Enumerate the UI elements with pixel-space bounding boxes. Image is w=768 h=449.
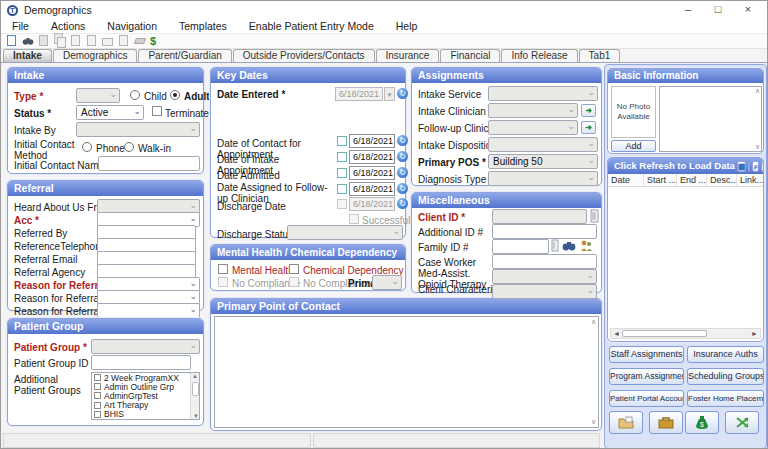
date-intake-appt-checkbox[interactable] <box>337 152 347 162</box>
tab-tab1[interactable]: Tab1 <box>579 49 621 62</box>
additional-id-input[interactable] <box>492 224 597 239</box>
tab-demographics[interactable]: Demographics <box>53 49 137 62</box>
menu-file[interactable]: File <box>1 20 40 32</box>
refresh-icon[interactable]: ↻ <box>761 161 763 172</box>
insurance-auths-button[interactable]: Insurance Auths <box>687 346 764 363</box>
date-refresh-icon[interactable]: ↻ <box>397 88 408 99</box>
child-radio[interactable] <box>130 90 140 100</box>
export-icon[interactable] <box>118 35 130 47</box>
date-refresh-icon[interactable]: ↻ <box>397 167 408 178</box>
id-card-icon[interactable] <box>551 239 559 252</box>
client-id-input[interactable] <box>492 209 587 224</box>
basic-info-textarea[interactable]: ∧ ∨ <box>659 86 762 152</box>
menu-actions[interactable]: Actions <box>40 20 96 32</box>
briefcase-icon[interactable] <box>102 35 114 47</box>
column-date[interactable]: Date <box>608 174 644 186</box>
patient-portal-account-button[interactable]: Patient Portal Account <box>609 390 684 407</box>
eraser-icon[interactable] <box>134 35 146 47</box>
discharge-date-value[interactable]: 6/18/2021⌄ <box>349 197 395 211</box>
additional-groups-listbox[interactable]: 2 Week ProgramXX Admin Outline Grp Admin… <box>91 372 200 420</box>
date-refresh-icon[interactable]: ↻ <box>397 151 408 162</box>
primary-pos-select[interactable]: Building 50 <box>488 154 598 169</box>
list-item[interactable]: BHIS <box>92 410 199 419</box>
scroll-up-icon[interactable]: ∧ <box>591 318 596 326</box>
walkin-radio[interactable] <box>124 142 134 152</box>
family-search-icon[interactable] <box>579 239 594 252</box>
case-worker-input[interactable] <box>492 254 597 269</box>
primary-select[interactable] <box>372 275 402 290</box>
search-icon[interactable]: ⌕ <box>752 161 758 172</box>
add-photo-button[interactable]: Add <box>611 140 656 152</box>
program-assignments-button[interactable]: Program Assignments <box>609 368 684 385</box>
open-form-icon[interactable]: ➜ <box>581 121 596 134</box>
maximize-button[interactable]: □ <box>705 2 731 18</box>
date-assigned-value[interactable]: 6/18/2021⌄ <box>349 182 395 196</box>
column-desc[interactable]: Desc... <box>707 174 737 186</box>
date-assigned-checkbox[interactable] <box>337 184 347 194</box>
id-card-icon[interactable] <box>590 209 599 223</box>
date-refresh-icon[interactable]: ↻ <box>397 198 408 209</box>
date-intake-appt-value[interactable]: 6/18/2021⌄ <box>349 150 395 164</box>
billing-button[interactable]: $ <box>685 411 719 434</box>
successfully-checkbox[interactable] <box>349 214 359 224</box>
menu-enable-patient-entry-mode[interactable]: Enable Patient Entry Mode <box>238 20 385 32</box>
date-entered-value[interactable]: 6/18/2021 <box>335 87 383 101</box>
opioid-select[interactable] <box>492 269 597 284</box>
date-refresh-icon[interactable]: ↻ <box>397 183 408 194</box>
mental-health-checkbox[interactable] <box>218 264 228 274</box>
save-icon[interactable] <box>38 35 50 47</box>
family-id-input[interactable] <box>492 239 549 254</box>
patient-group-id-input[interactable] <box>91 355 191 370</box>
intake-clinician-select[interactable] <box>488 103 578 118</box>
initial-contact-name-input[interactable] <box>98 156 200 171</box>
date-admitted-checkbox[interactable] <box>337 168 347 178</box>
item-checkbox[interactable] <box>94 392 101 399</box>
scroll-left-icon[interactable]: ◄ <box>613 330 620 337</box>
item-checkbox[interactable] <box>94 374 101 381</box>
date-picker-button[interactable]: ▾ <box>384 87 395 101</box>
tab-parent-guardian[interactable]: Parent/Guardian <box>138 49 231 62</box>
date-admitted-value[interactable]: 6/18/2021⌄ <box>349 166 395 180</box>
open-case-button[interactable] <box>649 411 683 434</box>
column-end[interactable]: End ... <box>677 174 707 186</box>
discharge-status-select[interactable] <box>287 225 403 240</box>
reason-referral3-select[interactable] <box>97 303 200 318</box>
date-contact-value[interactable]: 6/18/2021⌄ <box>349 134 395 148</box>
tab-financial[interactable]: Financial <box>440 49 500 62</box>
tab-outside-providers[interactable]: Outside Providers/Contacts <box>233 49 375 62</box>
payment-icon[interactable]: $ <box>150 35 162 47</box>
blank-icon[interactable] <box>748 161 750 172</box>
column-link[interactable]: Link... <box>737 174 763 186</box>
tab-intake[interactable]: Intake <box>3 49 52 62</box>
intake-by-select[interactable] <box>76 122 200 137</box>
ppoc-textarea[interactable]: ∧ ∨ <box>214 316 599 428</box>
adult-radio[interactable] <box>170 90 180 100</box>
intake-service-select[interactable] <box>488 86 598 101</box>
list-scrollbar[interactable]: ▲▼ <box>190 373 199 419</box>
search-binoculars-icon[interactable] <box>561 240 577 251</box>
open-form-icon[interactable]: ➜ <box>581 104 596 117</box>
patient-group-select[interactable] <box>91 339 200 354</box>
diagnosis-type-select[interactable] <box>488 171 598 186</box>
followup-clinician-select[interactable] <box>488 120 578 135</box>
phone-radio[interactable] <box>82 142 92 152</box>
menu-navigation[interactable]: Navigation <box>96 20 168 32</box>
mh-no-compliance-checkbox[interactable] <box>218 277 228 287</box>
scroll-down-icon[interactable]: ∨ <box>591 418 596 426</box>
date-contact-checkbox[interactable] <box>337 136 347 146</box>
chemical-dependency-checkbox[interactable] <box>289 264 299 274</box>
menu-templates[interactable]: Templates <box>168 20 238 32</box>
scheduling-groups-button[interactable]: Scheduling Groups <box>687 368 764 385</box>
status-select[interactable]: Active <box>76 105 144 120</box>
type-select[interactable] <box>76 88 120 103</box>
new-document-icon[interactable] <box>6 35 18 47</box>
tab-info-release[interactable]: Info Release <box>501 49 577 62</box>
grid-horizontal-scrollbar[interactable]: ◄ ► <box>610 328 761 339</box>
item-checkbox[interactable] <box>94 411 101 418</box>
foster-home-placement-button[interactable]: Foster Home Placement <box>687 390 764 407</box>
tab-insurance[interactable]: Insurance <box>376 49 440 62</box>
open-chart-button[interactable] <box>609 411 643 434</box>
staff-assignments-button[interactable]: Staff Assignments <box>609 346 684 363</box>
item-checkbox[interactable] <box>94 383 101 390</box>
search-binoculars-icon[interactable] <box>22 35 34 47</box>
